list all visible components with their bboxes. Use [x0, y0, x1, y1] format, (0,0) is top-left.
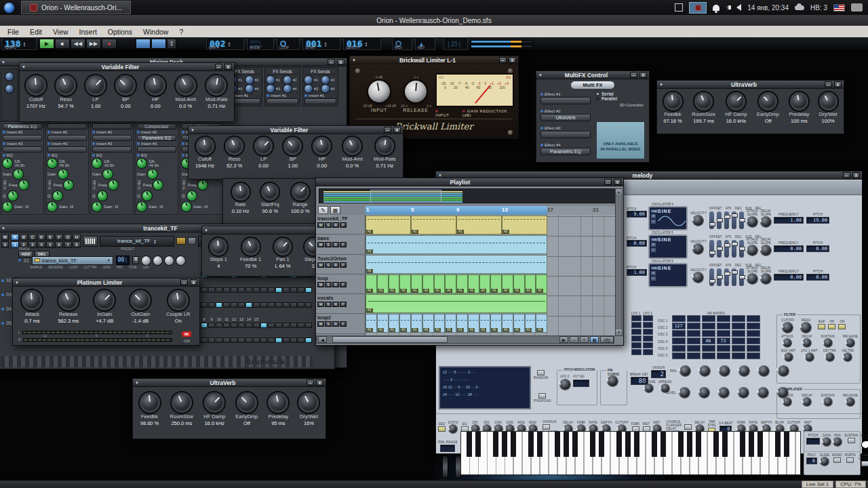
reverb-knob[interactable]: EarlyDmp Off	[235, 392, 258, 426]
window-menu-icon[interactable]: ▼	[538, 73, 542, 77]
pencil-tool-button[interactable]: ✎	[318, 206, 328, 214]
loop2-clip[interactable]: A1	[445, 314, 456, 333]
play-button[interactable]: ▶	[39, 39, 54, 49]
track-state-button[interactable]: F	[340, 262, 347, 268]
track-state-button[interactable]: M	[317, 321, 324, 327]
wave-next-icon[interactable]: +	[651, 243, 656, 247]
step-cell[interactable]	[283, 338, 290, 343]
step-cell[interactable]	[253, 302, 260, 308]
tune-knob[interactable]	[165, 256, 174, 265]
piano-keyboard[interactable]	[460, 431, 801, 475]
lfo-knob[interactable]: Rate 0.10 Hz	[232, 183, 250, 214]
egf-button[interactable]: EGF	[818, 320, 825, 329]
velocity-knob[interactable]: VELOCITY	[690, 268, 707, 283]
step-cell[interactable]	[201, 338, 208, 343]
loop-clip[interactable]: A1	[366, 274, 377, 293]
step-cell[interactable]	[268, 287, 275, 293]
track-state-button[interactable]: S	[325, 222, 332, 228]
eq-q-knob[interactable]	[187, 191, 197, 201]
fm-matrix-cell[interactable]	[702, 352, 715, 359]
oscillator-wave-display[interactable]: OSCILLATOR 4 WAV SINE + −	[648, 206, 688, 230]
rewind-button[interactable]: ◀◀	[71, 39, 85, 49]
step-cell[interactable]	[245, 302, 252, 308]
fm-matrix-cell[interactable]	[732, 330, 745, 337]
eq-hishelf-knob[interactable]	[47, 159, 57, 168]
loop2-clip[interactable]: A1	[536, 314, 547, 333]
step-cell[interactable]	[253, 287, 260, 293]
loop2-clip[interactable]: A1	[525, 314, 536, 333]
menu-item[interactable]: Options	[103, 27, 137, 37]
track-header[interactable]: bassMSRF	[316, 235, 365, 254]
step-cell[interactable]	[208, 323, 215, 328]
osc-pan-knob[interactable]	[739, 366, 749, 376]
filter-knob[interactable]: Cutoff 1707 Hz	[26, 75, 46, 109]
wave-next-icon[interactable]: +	[651, 214, 656, 218]
audio-clip[interactable]: A1	[366, 255, 547, 274]
osc-pan-knob[interactable]	[700, 366, 710, 376]
fm-matrix-cell[interactable]: 73	[717, 338, 730, 344]
filter-knob[interactable]: Reso 52.3 %	[225, 137, 243, 169]
step-cell[interactable]	[238, 287, 245, 293]
filter-mod-knob[interactable]: LFO 1 AMT	[801, 349, 818, 361]
vocals-clip[interactable]: A1	[366, 294, 547, 313]
step-cell[interactable]	[253, 323, 260, 328]
loop-clip[interactable]: A1	[422, 274, 434, 293]
detune-knob[interactable]: DETUNE	[642, 380, 656, 392]
pattern-number-button[interactable]: 4	[37, 241, 45, 248]
insert1-slot[interactable]: Compressor	[137, 123, 176, 129]
step-cell[interactable]	[208, 338, 215, 343]
envelope-sliders[interactable]: OFFSETATKDECSUSREL	[709, 207, 744, 229]
pattern-clip[interactable]: A2	[502, 216, 547, 235]
minimize-button[interactable]: –	[630, 72, 637, 78]
fm-matrix-cell[interactable]	[732, 345, 745, 352]
loop-clip[interactable]: A1	[389, 274, 400, 293]
fdbk-switch[interactable]: FDBK	[631, 422, 640, 432]
eq-q-knob[interactable]	[53, 191, 62, 201]
fm-matrix-cell[interactable]	[747, 352, 760, 359]
fm-matrix-cell[interactable]	[732, 352, 745, 359]
filter-knob[interactable]: LP 0.00	[254, 137, 273, 169]
meter-mode-labels[interactable]: INPUTGAIN REDUCTION (dB)	[435, 109, 514, 117]
porta-button[interactable]: PORTA	[845, 453, 856, 463]
step-cell[interactable]	[298, 287, 304, 293]
seq-button[interactable]: SEQ	[438, 422, 446, 432]
step-cell[interactable]	[268, 338, 275, 343]
eq-freq-knob[interactable]	[198, 180, 208, 190]
loop-clip[interactable]: A1	[377, 274, 389, 293]
osc-level-knob[interactable]	[758, 388, 768, 398]
step-cell[interactable]	[223, 323, 230, 328]
reverb-knob[interactable]: Feedbk 98.60 %	[140, 392, 160, 426]
step-cell[interactable]	[223, 338, 230, 343]
eq-q-knob[interactable]	[8, 191, 18, 201]
filter-knob[interactable]: HP 0.00	[313, 137, 331, 169]
step-cell[interactable]	[283, 323, 290, 328]
attack-slope-knob[interactable]: ATTACKSLOPE	[747, 209, 758, 227]
filter-knob[interactable]: BP 0.00	[115, 75, 136, 109]
loop2-clip[interactable]: A1	[377, 314, 389, 333]
limiter-knob[interactable]: Couple LR On	[166, 290, 190, 324]
step-cell[interactable]	[260, 323, 267, 328]
menu-item[interactable]: View	[48, 27, 73, 37]
step-cell[interactable]	[283, 302, 290, 308]
limiter-knob[interactable]: Attack 0.7 ms	[22, 290, 42, 324]
eq-freq-knob[interactable]	[19, 180, 28, 190]
osc-pan-knob[interactable]	[778, 366, 789, 376]
disable-velocity-button[interactable]: DISABLEVELOCITY	[859, 453, 868, 466]
pitch-wheel[interactable]: PITCH	[440, 455, 450, 483]
track-state-button[interactable]: R	[332, 262, 339, 268]
insert3-slot[interactable]	[3, 146, 42, 152]
osc-level-knob[interactable]	[719, 388, 729, 398]
fm-matrix-cell[interactable]	[702, 315, 715, 322]
fm-matrix-cell[interactable]	[687, 338, 701, 344]
step-cell[interactable]	[290, 338, 297, 343]
pattern-letter-button[interactable]: H	[73, 234, 81, 241]
fm-matrix-cell[interactable]	[702, 345, 715, 352]
fm-matrix-cell[interactable]	[747, 338, 760, 344]
track-state-button[interactable]: F	[340, 242, 347, 247]
song-overview[interactable]	[319, 188, 617, 203]
step-cell[interactable]	[283, 287, 290, 293]
fm-matrix-cell[interactable]	[717, 323, 730, 329]
window-menu-icon[interactable]: ▼	[352, 58, 356, 62]
wave-prev-icon[interactable]: −	[651, 220, 656, 224]
zoom-in-button[interactable]: +	[580, 336, 589, 343]
